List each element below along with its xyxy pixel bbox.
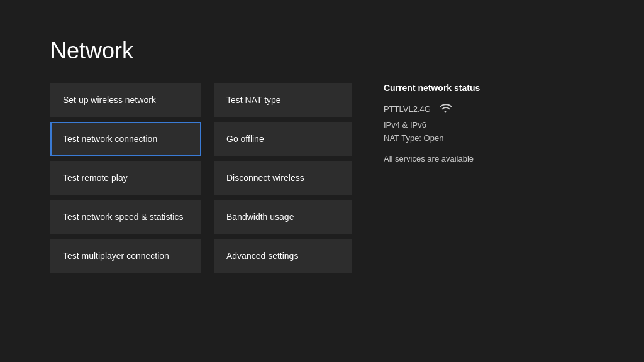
status-network-name: PTTLVL2.4G (384, 104, 431, 114)
page-title: Network (50, 38, 594, 64)
status-panel: Current network status PTTLVL2.4G IPv4 &… (365, 83, 594, 337)
menu-item-go-offline[interactable]: Go offline (214, 122, 352, 156)
status-network-row: PTTLVL2.4G (384, 102, 594, 116)
page-container: Network Set up wireless networkTest netw… (0, 0, 644, 362)
middle-column: Test NAT typeGo offlineDisconnect wirele… (214, 83, 352, 337)
status-section: Current network status PTTLVL2.4G IPv4 &… (384, 83, 594, 163)
menu-item-setup-wireless[interactable]: Set up wireless network (50, 83, 201, 117)
menu-item-test-multiplayer[interactable]: Test multiplayer connection (50, 239, 201, 273)
menu-item-bandwidth-usage[interactable]: Bandwidth usage (214, 200, 352, 234)
menu-item-test-speed[interactable]: Test network speed & statistics (50, 200, 201, 234)
menu-item-test-remote[interactable]: Test remote play (50, 161, 201, 195)
status-nat-type: NAT Type: Open (384, 133, 594, 143)
menu-item-advanced-settings[interactable]: Advanced settings (214, 239, 352, 273)
menu-item-test-nat[interactable]: Test NAT type (214, 83, 352, 117)
wifi-icon (438, 102, 452, 116)
status-title: Current network status (384, 83, 594, 93)
status-services: All services are available (384, 154, 594, 163)
menu-item-test-network[interactable]: Test network connection (50, 122, 201, 156)
menu-item-disconnect-wireless[interactable]: Disconnect wireless (214, 161, 352, 195)
status-ip-version: IPv4 & IPv6 (384, 120, 594, 129)
content-area: Set up wireless networkTest network conn… (50, 83, 594, 337)
left-column: Set up wireless networkTest network conn… (50, 83, 201, 337)
